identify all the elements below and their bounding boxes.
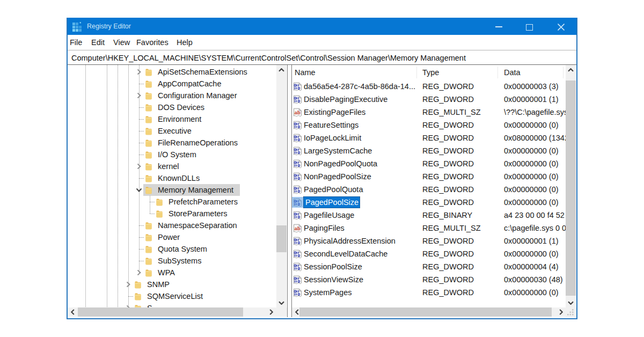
svg-text:ab: ab xyxy=(295,225,301,231)
svg-text:ab: ab xyxy=(295,109,301,115)
